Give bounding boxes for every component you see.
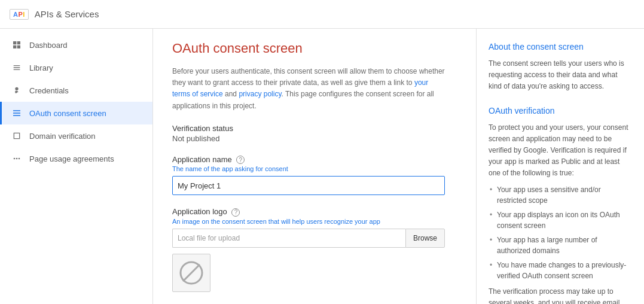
right-panel: About the consent screen The consent scr… [477,29,644,304]
oauth-bullets: Your app uses a sensitive and/or restric… [489,184,632,281]
app-logo-label: Application logo ? [172,207,457,217]
bullet-3: Your app has a large number of authorize… [489,235,632,256]
app-logo-section: Application logo ? An image on the conse… [172,207,457,292]
library-icon [11,62,22,73]
no-image-icon [179,261,203,285]
verification-status-section: Verification status Not published [172,124,457,143]
sidebar-item-page-usage[interactable]: Page usage agreements [0,147,152,170]
file-input-placeholder: Local file for upload [172,229,405,248]
main-layout: Dashboard Library Credentials OAuth cons… [0,29,644,304]
content-area: OAuth consent screen Before your users a… [153,29,644,304]
app-name-hint-icon[interactable]: ? [236,156,245,164]
main-panel: OAuth consent screen Before your users a… [153,29,477,304]
app-name-section: Application name ? The name of the app a… [172,155,457,196]
service-title: APIs & Services [35,9,99,19]
sidebar-item-credentials[interactable]: Credentials [0,79,152,102]
credentials-icon [11,85,22,96]
svg-point-0 [15,87,18,90]
api-logo: API APIs & Services [10,9,99,20]
oauth-title: OAuth verification [489,105,632,117]
about-title: About the consent screen [489,41,632,53]
tos-link[interactable]: your terms of service [172,78,428,98]
sidebar-label-credentials: Credentials [29,86,69,95]
file-upload-row: Local file for upload Browse [172,229,445,248]
svg-point-1 [16,158,18,160]
bullet-1: Your app uses a sensitive and/or restric… [489,184,632,206]
sidebar-label-domain: Domain verification [29,132,96,141]
oauth-icon [11,108,22,118]
sidebar-item-domain[interactable]: Domain verification [0,124,152,147]
sidebar-label-oauth: OAuth consent screen [29,109,106,118]
verification-label: Verification status [172,124,457,133]
oauth-verification-section: OAuth verification To protect you and yo… [489,105,632,304]
logo-subtitle: An image on the consent screen that will… [172,218,457,225]
bullet-2: Your app displays an icon on its OAuth c… [489,209,632,231]
browse-button[interactable]: Browse [405,229,445,248]
verification-timing: The verification process may take up to … [489,286,632,305]
privacy-link[interactable]: privacy policy [239,90,281,98]
bullet-4: You have made changes to a previously-ve… [489,260,632,281]
svg-point-3 [19,158,20,160]
sidebar-item-oauth[interactable]: OAuth consent screen [0,102,152,124]
sidebar-label-library: Library [29,63,53,72]
about-consent-section: About the consent screen The consent scr… [489,41,632,93]
svg-point-2 [14,158,16,160]
sidebar: Dashboard Library Credentials OAuth cons… [0,29,153,304]
sidebar-item-library[interactable]: Library [0,56,152,79]
page-title: OAuth consent screen [172,41,457,56]
app-name-input[interactable] [172,176,445,195]
sidebar-label-dashboard: Dashboard [29,41,68,50]
dashboard-icon [11,39,22,50]
api-badge: API [10,9,29,20]
verification-value: Not published [172,134,457,143]
svg-line-5 [183,265,200,281]
logo-hint-icon[interactable]: ? [231,208,240,217]
sidebar-label-page-usage: Page usage agreements [29,154,114,163]
app-name-label: Application name ? [172,155,457,165]
about-body: The consent screen tells your users who … [489,58,632,93]
page-usage-icon [11,153,22,164]
image-placeholder [172,254,210,292]
intro-text: Before your users authenticate, this con… [172,66,447,112]
app-name-subtitle: The name of the app asking for consent [172,165,457,172]
domain-icon [11,130,22,141]
oauth-intro: To protect you and your users, your cons… [489,122,632,180]
top-bar: API APIs & Services [0,0,644,29]
sidebar-item-dashboard[interactable]: Dashboard [0,34,152,56]
